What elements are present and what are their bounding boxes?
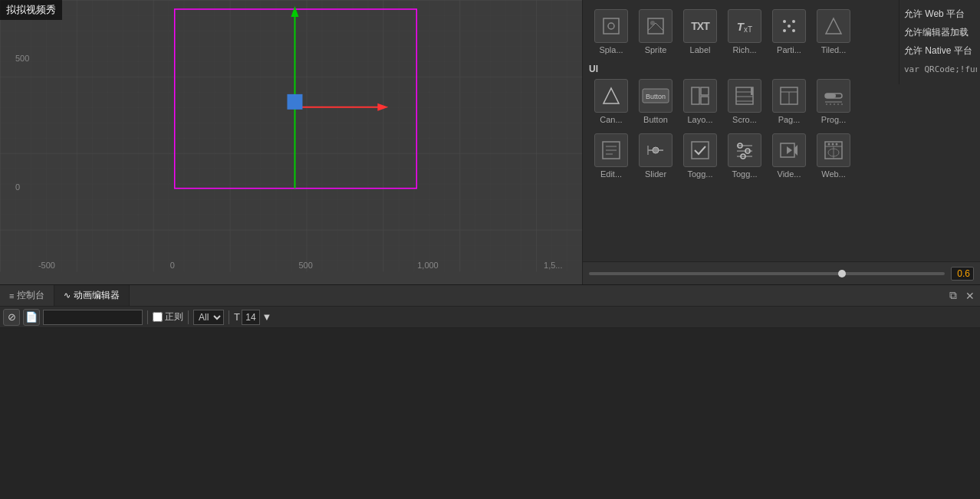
svg-point-25 — [783, 29, 786, 32]
viewport[interactable]: 拟拟视频秀 500 0 — [0, 0, 583, 284]
canvas-icon — [594, 79, 628, 113]
svg-point-24 — [788, 25, 791, 28]
comp-toggle2[interactable]: Togg... — [722, 130, 767, 182]
font-size-display: 14 — [242, 310, 260, 325]
svg-text:-500: -500 — [38, 261, 55, 270]
allow-editor-plugins[interactable]: 允许编辑器加载 — [903, 23, 977, 41]
tiled-label: Tiled... — [813, 45, 854, 54]
svg-point-72 — [836, 143, 838, 146]
svg-marker-28 — [603, 88, 619, 103]
svg-marker-67 — [787, 146, 792, 154]
svg-text:0: 0 — [170, 261, 175, 270]
canvas-svg: 500 0 -500 0 500 1,000 1,5... — [0, 0, 582, 272]
splash-icon — [594, 9, 628, 43]
tab-close-btn[interactable]: ✕ — [963, 289, 977, 303]
filter-dropdown[interactable]: All — [193, 310, 224, 325]
file-icon: 📄 — [25, 311, 38, 323]
svg-text:0: 0 — [15, 182, 20, 192]
tab-popout-btn[interactable]: ⧉ — [946, 289, 960, 303]
toggle1-label: Togg... — [679, 169, 721, 179]
comp-toggle1[interactable]: Togg... — [678, 130, 722, 182]
web-icon — [817, 133, 850, 167]
splash-label: Spla... — [590, 45, 632, 54]
bottom-toolbar: ⊘ 📄 正则 All T 14 ▼ — [0, 307, 980, 328]
comp-progress[interactable]: Prog... — [811, 76, 856, 127]
svg-rect-58 — [692, 142, 709, 159]
allow-native-platform[interactable]: 允许 Native 平台 — [903, 41, 977, 60]
comp-sprite[interactable]: Sprite — [633, 6, 678, 57]
toggle2-label: Togg... — [724, 169, 765, 179]
progress-icon — [817, 79, 850, 113]
page-icon — [772, 79, 806, 113]
svg-rect-2 — [0, 0, 582, 272]
comp-web[interactable]: Web... — [811, 130, 856, 182]
svg-text:1,000: 1,000 — [417, 261, 438, 270]
comp-page[interactable]: Pag... — [767, 76, 811, 127]
toolbar-sep-1 — [147, 310, 148, 324]
watermark: 拟拟视频秀 — [0, 0, 62, 20]
page-label: Pag... — [768, 115, 810, 124]
svg-line-21 — [656, 23, 663, 31]
svg-text:1,5...: 1,5... — [544, 261, 562, 270]
comp-particle[interactable]: Parti... — [767, 6, 811, 57]
app: 拟拟视频秀 500 0 — [0, 0, 980, 499]
code-text: var QRCode;!fun — [903, 60, 977, 80]
svg-point-71 — [832, 143, 834, 146]
right-panel: Spla... Sprite TXT Label TxT Rich... — [583, 0, 980, 284]
components-row-2: Edit... Slider — [583, 130, 980, 182]
comp-button[interactable]: Button Button — [633, 76, 678, 127]
toggle2-icon — [728, 133, 761, 167]
comp-tiled[interactable]: Tiled... — [811, 6, 856, 57]
font-size-dropdown-btn[interactable]: ▼ — [261, 310, 272, 325]
layout-label: Layo... — [679, 115, 721, 124]
comp-slider[interactable]: Slider — [633, 130, 678, 182]
video-label: Vide... — [768, 169, 810, 179]
console-tab-label: 控制台 — [17, 289, 44, 302]
particle-label: Parti... — [768, 45, 810, 54]
stop-btn[interactable]: ⊘ — [3, 309, 20, 326]
comp-scroll[interactable]: Scro... — [722, 76, 767, 127]
comp-label[interactable]: TXT Label — [678, 6, 722, 57]
svg-text:Button: Button — [646, 93, 666, 100]
toolbar-sep-2 — [188, 310, 189, 324]
scroll-icon — [728, 79, 761, 113]
svg-point-23 — [792, 20, 795, 23]
stop-icon: ⊘ — [8, 311, 16, 323]
bottom-content — [0, 328, 980, 499]
comp-video[interactable]: Vide... — [767, 130, 811, 182]
svg-marker-27 — [826, 18, 841, 34]
comp-canvas[interactable]: Can... — [589, 76, 633, 127]
slider-comp-label: Slider — [635, 169, 676, 179]
regex-checkbox-label: 正则 — [153, 310, 183, 323]
regex-checkbox[interactable] — [153, 312, 163, 322]
comp-splash[interactable]: Spla... — [589, 6, 633, 57]
animation-tab-label: 动画编辑器 — [74, 289, 120, 302]
comp-editbox[interactable]: Edit... — [589, 130, 633, 182]
search-input[interactable] — [43, 310, 143, 325]
comp-layout[interactable]: Layo... — [678, 76, 722, 127]
tab-animation[interactable]: ∿ 动画编辑器 — [54, 285, 130, 306]
comp-richtext[interactable]: TxT Rich... — [722, 6, 767, 57]
svg-point-56 — [653, 147, 659, 153]
progress-label: Prog... — [813, 115, 854, 124]
canvas-label: Can... — [590, 115, 632, 124]
slider-thumb[interactable] — [838, 270, 846, 277]
svg-text:500: 500 — [298, 261, 312, 270]
toggle1-icon — [683, 133, 717, 167]
file-btn[interactable]: 📄 — [23, 309, 40, 326]
console-tab-icon: ≡ — [9, 291, 14, 300]
video-icon — [772, 133, 806, 167]
slider-track[interactable] — [589, 272, 945, 275]
layout-icon — [683, 79, 717, 113]
svg-point-70 — [828, 143, 830, 146]
button-icon: Button — [639, 79, 673, 113]
slider-bar: 0.6 — [583, 261, 980, 284]
tab-console[interactable]: ≡ 控制台 — [0, 285, 54, 306]
editbox-label: Edit... — [590, 169, 632, 179]
svg-point-17 — [608, 23, 614, 29]
svg-rect-34 — [736, 87, 753, 104]
animation-tab-icon: ∿ — [64, 291, 71, 300]
allow-web-platform[interactable]: 允许 Web 平台 — [903, 5, 977, 23]
sprite-icon — [639, 9, 673, 43]
regex-label: 正则 — [165, 310, 183, 323]
